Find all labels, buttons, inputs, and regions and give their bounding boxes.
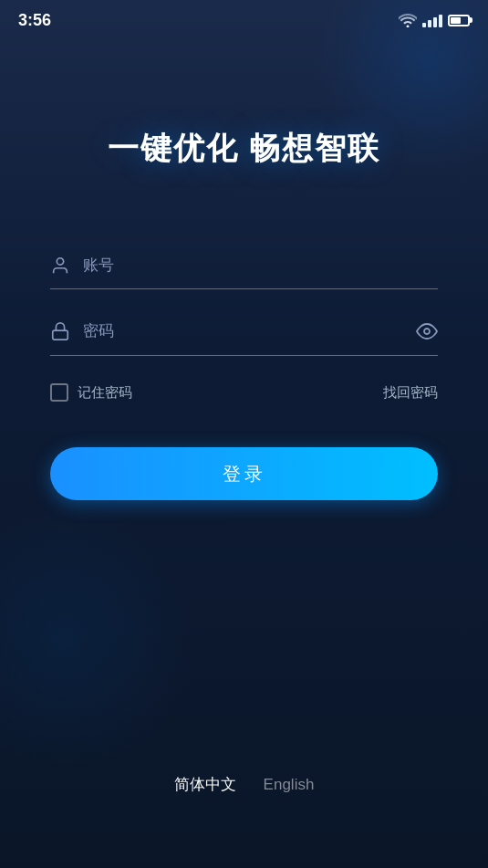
bg-decoration-bottom xyxy=(0,503,201,777)
svg-point-2 xyxy=(424,329,430,334)
login-form xyxy=(50,243,438,356)
main-content: 一键优化 畅想智联 xyxy=(0,37,488,500)
status-time: 3:56 xyxy=(18,11,51,30)
language-english[interactable]: English xyxy=(264,776,315,794)
svg-point-0 xyxy=(57,258,63,265)
battery-icon xyxy=(448,15,470,26)
status-bar: 3:56 xyxy=(0,0,488,37)
svg-rect-1 xyxy=(53,330,68,340)
wifi-icon xyxy=(399,14,417,27)
forgot-password-link[interactable]: 找回密码 xyxy=(383,384,438,402)
app-title: 一键优化 畅想智联 xyxy=(50,128,438,170)
lock-icon xyxy=(50,321,70,341)
user-icon xyxy=(50,256,70,276)
remember-password-section[interactable]: 记住密码 xyxy=(50,383,132,402)
status-icons xyxy=(399,13,470,27)
language-selector: 简体中文 English xyxy=(0,774,488,795)
remember-checkbox[interactable] xyxy=(50,383,68,402)
password-field[interactable] xyxy=(83,322,416,340)
username-input-group xyxy=(50,243,438,289)
language-chinese[interactable]: 简体中文 xyxy=(174,774,236,795)
signal-icon xyxy=(422,13,442,27)
login-button[interactable]: 登录 xyxy=(50,447,438,500)
toggle-password-icon[interactable] xyxy=(416,320,438,342)
remember-label: 记住密码 xyxy=(78,384,132,402)
options-row: 记住密码 找回密码 xyxy=(50,383,438,402)
username-field[interactable] xyxy=(83,256,438,275)
password-input-group xyxy=(50,308,438,356)
title-section: 一键优化 畅想智联 xyxy=(50,128,438,170)
